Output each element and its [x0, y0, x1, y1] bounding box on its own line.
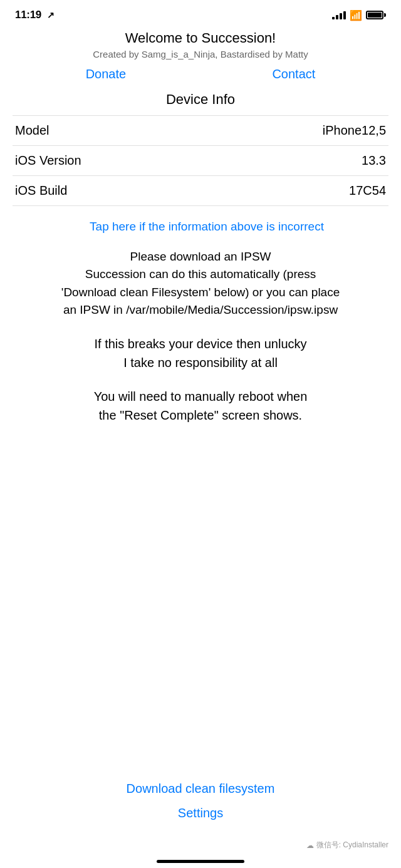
- download-filesystem-button[interactable]: Download clean filesystem: [0, 782, 401, 796]
- ios-build-value: 17C54: [349, 183, 386, 198]
- ios-version-value: 13.3: [362, 153, 386, 168]
- location-icon: ↗: [47, 10, 55, 20]
- settings-button[interactable]: Settings: [0, 806, 401, 820]
- status-icons: 📶: [332, 9, 386, 21]
- donate-button[interactable]: Donate: [86, 67, 127, 81]
- ios-version-label: iOS Version: [15, 153, 81, 168]
- ios-build-row: iOS Build 17C54: [13, 175, 388, 206]
- home-indicator: [157, 860, 244, 863]
- device-info-title: Device Info: [13, 91, 388, 108]
- model-row: Model iPhone12,5: [13, 115, 388, 145]
- watermark-icon: ☁: [306, 841, 314, 850]
- watermark-text: 微信号: CydiaInstaller: [316, 840, 388, 850]
- ios-version-row: iOS Version 13.3: [13, 145, 388, 175]
- ipsw-description: Please download an IPSW Succession can d…: [13, 248, 388, 319]
- device-info-table: Model iPhone12,5 iOS Version 13.3 iOS Bu…: [13, 115, 388, 206]
- reboot-text: You will need to manually reboot when th…: [13, 387, 388, 425]
- main-content: Welcome to Succession! Created by Samg_i…: [0, 30, 401, 425]
- status-time: 11:19: [15, 9, 41, 21]
- incorrect-info-button[interactable]: Tap here if the information above is inc…: [19, 219, 395, 235]
- model-label: Model: [15, 123, 49, 138]
- battery-icon: [366, 11, 386, 19]
- contact-button[interactable]: Contact: [272, 67, 315, 81]
- app-title: Welcome to Succession!: [13, 30, 388, 46]
- links-row: Donate Contact: [13, 67, 388, 81]
- status-bar: 11:19 ↗ 📶: [0, 0, 401, 26]
- model-value: iPhone12,5: [323, 123, 386, 138]
- signal-icon: [332, 11, 346, 19]
- app-subtitle: Created by Samg_is_a_Ninja, Bastardised …: [13, 49, 388, 59]
- warning-text: If this breaks your device then unlucky …: [13, 334, 388, 372]
- status-time-area: 11:19 ↗: [15, 9, 55, 21]
- wifi-icon: 📶: [350, 9, 362, 21]
- watermark: ☁ 微信号: CydiaInstaller: [306, 840, 388, 850]
- ios-build-label: iOS Build: [15, 183, 67, 198]
- bottom-area: Download clean filesystem Settings: [0, 782, 401, 830]
